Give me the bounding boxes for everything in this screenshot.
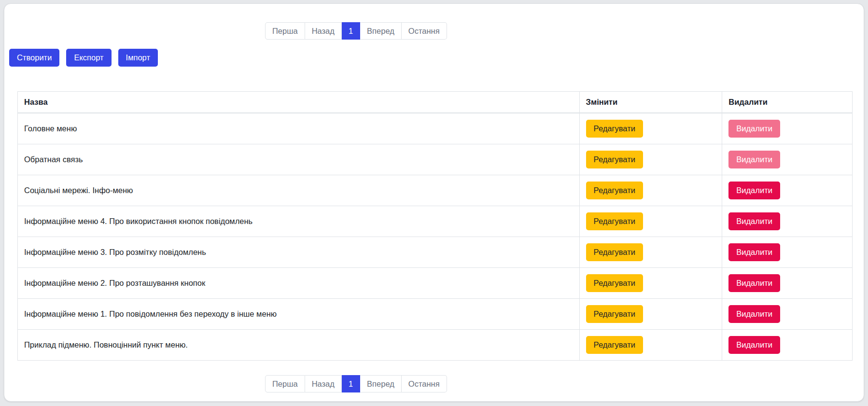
- column-header-name: Назва: [18, 92, 580, 113]
- edit-button[interactable]: Редагувати: [586, 305, 643, 323]
- delete-cell: Видалити: [722, 144, 853, 175]
- pagination-list: ПершаНазад1ВпередОстання: [265, 22, 447, 40]
- delete-button[interactable]: Видалити: [728, 305, 780, 323]
- pagination-item-first[interactable]: Перша: [265, 22, 305, 40]
- pagination-list: ПершаНазад1ВпередОстання: [265, 375, 447, 392]
- edit-button[interactable]: Редагувати: [586, 212, 643, 230]
- table-row: Інформаційне меню 4. Про використання кн…: [18, 206, 853, 237]
- table-body: Головне менюРедагуватиВидалитиОбратная с…: [18, 113, 853, 361]
- table-row: Інформаційне меню 2. Про розташування кн…: [18, 268, 853, 299]
- row-name: Інформаційне меню 2. Про розташування кн…: [18, 268, 580, 299]
- delete-cell: Видалити: [722, 330, 853, 361]
- delete-cell: Видалити: [722, 113, 853, 144]
- pagination-item-last[interactable]: Остання: [402, 375, 447, 392]
- table-row: Головне менюРедагуватиВидалити: [18, 113, 853, 144]
- delete-cell: Видалити: [722, 299, 853, 330]
- edit-cell: Редагувати: [579, 330, 722, 361]
- delete-cell: Видалити: [722, 175, 853, 206]
- pagination-bottom: ПершаНазад1ВпередОстання: [265, 375, 447, 392]
- edit-button[interactable]: Редагувати: [586, 274, 643, 292]
- edit-cell: Редагувати: [579, 268, 722, 299]
- export-button[interactable]: Експорт: [66, 49, 111, 67]
- row-name: Інформаційне меню 1. Про повідомлення бе…: [18, 299, 580, 330]
- import-button[interactable]: Імпорт: [118, 49, 158, 67]
- toolbar: СтворитиЕкспортІмпорт: [9, 49, 864, 67]
- edit-button[interactable]: Редагувати: [586, 182, 643, 199]
- pagination-item-prev[interactable]: Назад: [305, 22, 342, 40]
- row-name: Інформаційне меню 4. Про використання кн…: [18, 206, 580, 237]
- pagination-item-page-1[interactable]: 1: [342, 375, 360, 392]
- menus-table: Назва Змінити Видалити Головне менюРедаг…: [17, 91, 853, 361]
- delete-button[interactable]: Видалити: [728, 182, 780, 199]
- edit-button[interactable]: Редагувати: [586, 120, 643, 138]
- edit-button[interactable]: Редагувати: [586, 243, 643, 261]
- row-name: Приклад підменю. Повноцінний пункт меню.: [18, 330, 580, 361]
- row-name: Інформаційне меню 3. Про розмітку повідо…: [18, 237, 580, 268]
- pagination-item-next[interactable]: Вперед: [360, 22, 402, 40]
- edit-cell: Редагувати: [579, 144, 722, 175]
- delete-button: Видалити: [728, 151, 780, 168]
- pagination-item-prev[interactable]: Назад: [305, 375, 342, 392]
- delete-cell: Видалити: [722, 268, 853, 299]
- delete-button: Видалити: [728, 120, 780, 138]
- row-name: Соціальні мережі. Інфо-меню: [18, 175, 580, 206]
- content-card: ПершаНазад1ВпередОстання СтворитиЕкспорт…: [4, 3, 864, 402]
- pagination-item-next[interactable]: Вперед: [360, 375, 402, 392]
- pagination-item-first[interactable]: Перша: [265, 375, 305, 392]
- table-row: Інформаційне меню 3. Про розмітку повідо…: [18, 237, 853, 268]
- edit-cell: Редагувати: [579, 113, 722, 144]
- row-name: Головне меню: [18, 113, 580, 144]
- edit-button[interactable]: Редагувати: [586, 151, 643, 168]
- pagination-item-page-1[interactable]: 1: [342, 22, 360, 40]
- delete-button[interactable]: Видалити: [728, 274, 780, 292]
- table-container: Назва Змінити Видалити Головне менюРедаг…: [17, 91, 853, 361]
- delete-cell: Видалити: [722, 206, 853, 237]
- edit-button[interactable]: Редагувати: [586, 336, 643, 354]
- pagination-item-last[interactable]: Остання: [402, 22, 447, 40]
- table-row: Приклад підменю. Повноцінний пункт меню.…: [18, 330, 853, 361]
- column-header-delete: Видалити: [722, 92, 853, 113]
- edit-cell: Редагувати: [579, 237, 722, 268]
- delete-button[interactable]: Видалити: [728, 336, 780, 354]
- pagination-top: ПершаНазад1ВпередОстання: [265, 22, 447, 40]
- delete-cell: Видалити: [722, 237, 853, 268]
- edit-cell: Редагувати: [579, 206, 722, 237]
- table-header-row: Назва Змінити Видалити: [18, 92, 853, 113]
- column-header-edit: Змінити: [579, 92, 722, 113]
- delete-button[interactable]: Видалити: [728, 212, 780, 230]
- table-row: Інформаційне меню 1. Про повідомлення бе…: [18, 299, 853, 330]
- create-button[interactable]: Створити: [9, 49, 59, 67]
- table-row: Обратная связьРедагуватиВидалити: [18, 144, 853, 175]
- delete-button[interactable]: Видалити: [728, 243, 780, 261]
- edit-cell: Редагувати: [579, 175, 722, 206]
- table-row: Соціальні мережі. Інфо-менюРедагуватиВид…: [18, 175, 853, 206]
- row-name: Обратная связь: [18, 144, 580, 175]
- edit-cell: Редагувати: [579, 299, 722, 330]
